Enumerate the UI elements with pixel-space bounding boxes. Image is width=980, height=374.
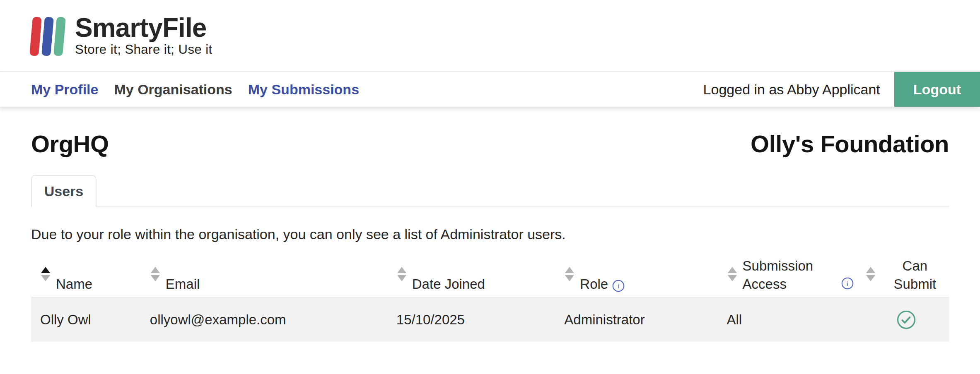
main-content: OrgHQ Olly's Foundation Users Due to you… <box>0 130 980 342</box>
column-label: Role <box>580 275 608 294</box>
nav-links: My Profile My Organisations My Submissio… <box>31 72 359 107</box>
sort-arrows-icon[interactable] <box>151 267 160 281</box>
nav-item-my-submissions[interactable]: My Submissions <box>248 82 359 98</box>
column-label: Name <box>56 275 92 294</box>
page-title: OrgHQ <box>31 130 109 158</box>
tab-users[interactable]: Users <box>31 175 97 207</box>
users-table: Name Email Date Joined Role <box>31 247 949 342</box>
organisation-name: Olly's Foundation <box>751 130 949 158</box>
column-label: Can Submit <box>890 257 940 294</box>
sort-arrows-icon[interactable] <box>41 267 50 281</box>
sort-arrows-icon[interactable] <box>866 267 875 281</box>
sort-arrows-icon[interactable] <box>397 267 406 281</box>
cell-date-joined: 15/10/2025 <box>387 297 555 342</box>
brand-name: SmartyFile <box>75 14 212 41</box>
column-header-date-joined[interactable]: Date Joined <box>387 247 555 297</box>
cell-can-submit <box>864 297 949 342</box>
role-notice-text: Due to your role within the organisation… <box>31 226 949 242</box>
table-header-row: Name Email Date Joined Role <box>31 247 949 297</box>
column-header-can-submit[interactable]: Can Submit <box>864 247 949 297</box>
nav-item-my-organisations[interactable]: My Organisations <box>114 82 232 98</box>
smartyfile-logo[interactable]: SmartyFile Store it; Share it; Use it <box>31 14 212 57</box>
logo-text: SmartyFile Store it; Share it; Use it <box>75 14 212 57</box>
can-submit-check-icon <box>897 310 916 329</box>
role-info-icon[interactable]: i <box>612 280 625 292</box>
logout-button[interactable]: Logout <box>894 72 980 107</box>
logged-in-status: Logged in as Abby Applicant <box>703 82 880 98</box>
site-header: SmartyFile Store it; Share it; Use it <box>0 0 980 71</box>
column-label: Email <box>166 275 200 294</box>
column-header-name[interactable]: Name <box>31 247 141 297</box>
submission-access-info-icon[interactable]: i <box>841 277 854 290</box>
column-label: Submission Access <box>743 257 822 294</box>
cell-name: Olly Owl <box>31 297 141 342</box>
nav-right: Logged in as Abby Applicant Logout <box>703 72 980 107</box>
sort-arrows-icon[interactable] <box>728 267 737 281</box>
cell-email: ollyowl@example.com <box>141 297 387 342</box>
logo-bar-red <box>29 17 42 56</box>
cell-submission-access: All <box>718 297 864 342</box>
logo-bar-teal <box>53 17 66 56</box>
column-header-submission-access[interactable]: Submission Access i <box>718 247 864 297</box>
sort-arrows-icon[interactable] <box>565 267 574 281</box>
nav-item-my-profile[interactable]: My Profile <box>31 82 98 98</box>
brand-tagline: Store it; Share it; Use it <box>75 42 212 57</box>
tab-users-label: Users <box>44 183 84 199</box>
tab-bar: Users <box>31 175 949 207</box>
cell-role: Administrator <box>555 297 717 342</box>
main-navbar: My Profile My Organisations My Submissio… <box>0 71 980 107</box>
svg-text:i: i <box>847 280 849 288</box>
title-row: OrgHQ Olly's Foundation <box>31 130 949 158</box>
logo-bar-blue <box>41 17 54 56</box>
column-header-email[interactable]: Email <box>141 247 387 297</box>
table-row: Olly Owl ollyowl@example.com 15/10/2025 … <box>31 297 949 342</box>
column-label: Date Joined <box>412 275 485 294</box>
logo-bars-icon <box>31 15 64 56</box>
column-header-role[interactable]: Role i <box>555 247 717 297</box>
svg-text:i: i <box>618 282 620 290</box>
